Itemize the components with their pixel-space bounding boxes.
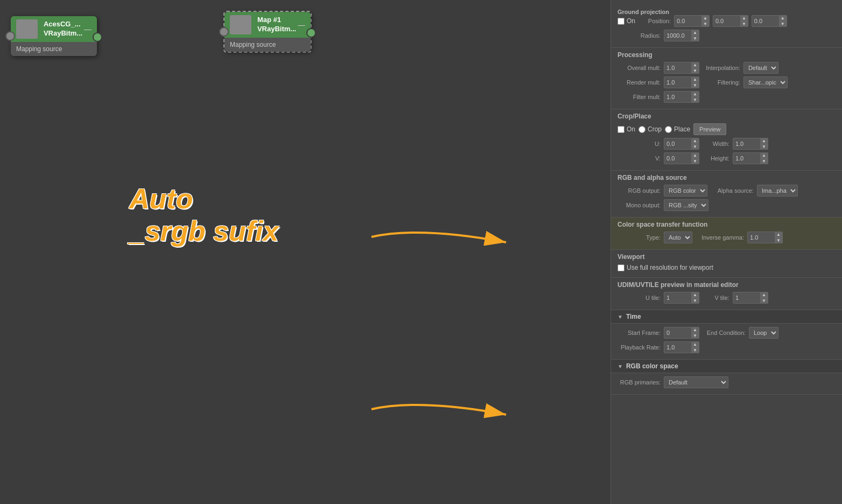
pos-x-input[interactable]: ▲▼ [674, 15, 710, 27]
node-1-minimize[interactable]: — [84, 25, 92, 33]
viewport-label: Use full resolution for viewport [627, 264, 713, 271]
rgb-output-select[interactable]: RGB color [664, 185, 707, 197]
render-mult-label: Render mult: [618, 79, 661, 86]
rgb-alpha-title: RGB and alpha source [618, 174, 687, 181]
node-1-connector-right[interactable] [93, 32, 102, 42]
type-select[interactable]: Auto [664, 232, 692, 243]
node-2-connector-left[interactable] [219, 27, 229, 37]
u-tile-input[interactable]: ▲▼ [664, 292, 699, 304]
section-rgb-alpha: RGB and alpha source RGB output: RGB col… [611, 171, 842, 218]
preview-button[interactable]: Preview [693, 123, 726, 135]
udim-title: UDIM/UVTILE preview in material editor [618, 281, 739, 289]
radius-label: Radius: [618, 32, 661, 39]
rgb-primaries-label: RGB primaries: [618, 379, 661, 386]
alpha-source-label: Alpha source: [711, 187, 754, 194]
rgb-color-space-title: RGB color space [626, 362, 678, 370]
start-frame-input[interactable]: ▲▼ [664, 327, 699, 339]
section-color-space: Color space transfer function Type: Auto… [611, 218, 842, 250]
color-space-title: Color space transfer function [618, 221, 707, 228]
radius-input[interactable]: ▲▼ [664, 30, 699, 41]
node-1[interactable]: AcesCG_... VRayBitm... — Mapping source [11, 16, 97, 56]
section-time: Start Frame: ▲▼ End Condition: Loop Play… [611, 324, 842, 360]
height-input[interactable]: ▲▼ [733, 152, 768, 164]
node-2-connector-right[interactable] [306, 28, 316, 38]
section-rgb-color-space: RGB primaries: Default [611, 373, 842, 395]
interpolation-select[interactable]: Default [743, 62, 778, 74]
v-tile-input[interactable]: ▲▼ [733, 292, 768, 304]
position-label: Position: [638, 18, 671, 24]
alpha-source-select[interactable]: Ima...pha [757, 185, 798, 197]
section-time-header[interactable]: ▼ Time [611, 310, 842, 324]
crop-place-on-label: On [627, 125, 635, 133]
canvas-area: AcesCG_... VRayBitm... — Mapping source … [0, 0, 611, 504]
place-label: Place [674, 125, 690, 133]
right-panel: Ground projection On Position: ▲▼ ▲▼ ▲▼ … [611, 0, 842, 504]
v-input[interactable]: ▲▼ [664, 152, 699, 164]
crop-radio[interactable] [638, 126, 645, 133]
inverse-gamma-input[interactable]: ▲▼ [747, 232, 783, 243]
node-1-connector-left[interactable] [5, 31, 15, 41]
time-collapse-icon: ▼ [618, 314, 623, 320]
crop-place-title: Crop/Place [618, 113, 651, 120]
v-tile-label: V tile: [703, 295, 729, 301]
node-2[interactable]: Map #1 VRayBitm... — Mapping source [223, 11, 312, 53]
start-frame-label: Start Frame: [618, 330, 661, 336]
rgb-primaries-select[interactable]: Default [664, 376, 728, 388]
time-title: Time [626, 313, 641, 320]
place-radio[interactable] [665, 126, 672, 133]
end-condition-select[interactable]: Loop [749, 327, 778, 339]
u-tile-label: U tile: [618, 295, 661, 301]
ground-projection-on-label: On [627, 17, 635, 25]
filter-mult-label: Filter mult: [618, 94, 661, 100]
crop-label: Crop [648, 125, 662, 133]
u-label: U: [618, 141, 661, 147]
width-label: Width: [703, 141, 729, 147]
playback-rate-input[interactable]: ▲▼ [664, 341, 699, 353]
filter-mult-input[interactable]: ▲▼ [664, 91, 699, 103]
ground-projection-title: Ground projection [618, 9, 669, 15]
mono-output-label: Mono output: [618, 202, 661, 208]
arrow-2 [366, 388, 517, 431]
section-ground-projection: Ground projection On Position: ▲▼ ▲▼ ▲▼ … [611, 5, 842, 48]
node-2-icon [230, 15, 251, 34]
section-processing: Processing Overall mult: ▲▼ Interpolatio… [611, 48, 842, 109]
viewport-title: Viewport [618, 253, 644, 261]
node-1-body: Mapping source [11, 42, 97, 56]
height-label: Height: [703, 155, 729, 162]
v-label: V: [618, 155, 661, 162]
crop-radio-wrap: Crop [638, 125, 662, 133]
rgb-color-space-collapse-icon: ▼ [618, 363, 623, 369]
node-2-minimize[interactable]: — [298, 20, 305, 29]
rgb-output-label: RGB output: [618, 187, 661, 194]
section-crop-place: Crop/Place On Crop Place Preview U: ▲▼ [611, 109, 842, 171]
end-condition-label: End Condition: [703, 330, 746, 336]
crop-place-on-checkbox[interactable] [618, 126, 625, 133]
annotation-text: Auto _srgb sufix [129, 183, 278, 248]
section-udim: UDIM/UVTILE preview in material editor U… [611, 278, 842, 310]
playback-rate-label: Playback Rate: [618, 344, 661, 351]
viewport-checkbox[interactable] [618, 264, 625, 271]
ground-projection-on-checkbox[interactable] [618, 18, 625, 25]
node-1-icon [16, 19, 38, 39]
section-viewport: Viewport Use full resolution for viewpor… [611, 250, 842, 278]
u-input[interactable]: ▲▼ [664, 138, 699, 150]
filtering-label: Filtering: [703, 79, 740, 86]
interpolation-label: Interpolation: [703, 65, 740, 71]
arrow-1 [366, 215, 517, 258]
overall-mult-label: Overall mult: [618, 65, 661, 71]
mono-output-select[interactable]: RGB ...sity [664, 199, 708, 211]
section-rgb-color-space-header[interactable]: ▼ RGB color space [611, 360, 842, 373]
width-input[interactable]: ▲▼ [733, 138, 768, 150]
place-radio-wrap: Place [665, 125, 690, 133]
overall-mult-input[interactable]: ▲▼ [664, 62, 699, 74]
inverse-gamma-label: Inverse gamma: [696, 234, 744, 241]
pos-z-input[interactable]: ▲▼ [752, 15, 787, 27]
node-1-title: AcesCG_... VRayBitm... [44, 20, 82, 38]
type-label: Type: [618, 234, 661, 241]
processing-title: Processing [618, 51, 652, 59]
render-mult-input[interactable]: ▲▼ [664, 76, 699, 88]
pos-y-input[interactable]: ▲▼ [713, 15, 748, 27]
filtering-select[interactable]: Shar...opic [743, 76, 788, 88]
node-2-body: Mapping source [224, 38, 311, 52]
node-2-title: Map #1 VRayBitm... [257, 16, 296, 34]
